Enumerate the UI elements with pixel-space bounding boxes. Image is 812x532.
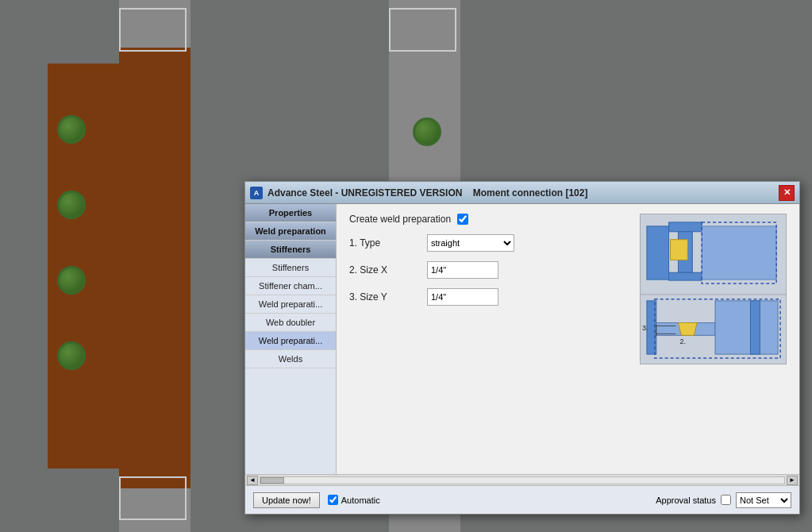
approval-status-label: Approval status	[656, 495, 716, 505]
form-area: Create weld preparation 1. Type straight…	[349, 214, 630, 465]
bolt-2	[57, 191, 86, 219]
dialog-bottom: Update now! Automatic Approval status No…	[245, 485, 799, 514]
approval-checkbox[interactable]	[721, 495, 731, 505]
size-x-row: 2. Size X	[349, 261, 630, 279]
weld-preparation-diagram: 3. 2.	[641, 214, 786, 364]
bolt-3	[57, 266, 86, 295]
size-x-label: 2. Size X	[349, 264, 421, 276]
sidebar: Properties Weld preparation Stiffeners S…	[245, 204, 337, 474]
bolt-right	[413, 118, 441, 146]
wireframe-box-bottom	[119, 476, 187, 520]
svg-rect-17	[715, 301, 778, 354]
size-y-label: 3. Size Y	[349, 291, 421, 303]
dialog-window: A Advance Steel - UNREGISTERED VERSION M…	[244, 181, 800, 515]
svg-rect-5	[671, 240, 688, 260]
type-select[interactable]: straight beveled J-groove U-groove	[427, 234, 514, 252]
size-x-input[interactable]	[427, 261, 498, 279]
window-subtitle-text: Moment connection [102]	[473, 187, 588, 199]
create-weld-prep-label: Create weld preparation	[349, 214, 451, 225]
svg-rect-2	[669, 222, 702, 232]
sidebar-item-weld-prep-top[interactable]: Weld preparation	[245, 222, 336, 241]
svg-rect-4	[669, 272, 702, 280]
app-icon: A	[250, 187, 263, 199]
automatic-checkbox-row: Automatic	[328, 495, 380, 505]
size-y-input[interactable]	[427, 288, 498, 306]
scroll-left-button[interactable]: ◄	[247, 476, 258, 485]
title-bar: A Advance Steel - UNREGISTERED VERSION M…	[245, 182, 799, 204]
approval-area: Approval status Not Set	[656, 492, 791, 508]
svg-rect-18	[750, 301, 760, 354]
bolt-1	[57, 115, 86, 144]
scroll-track[interactable]	[260, 476, 785, 484]
type-label: 1. Type	[349, 237, 421, 249]
title-bar-left: A Advance Steel - UNREGISTERED VERSION M…	[250, 187, 587, 199]
sidebar-item-stiffeners-header[interactable]: Stiffeners	[245, 241, 336, 259]
svg-text:3.: 3.	[642, 324, 648, 332]
create-weld-prep-checkbox[interactable]	[457, 214, 468, 225]
sidebar-item-welds[interactable]: Welds	[245, 350, 336, 368]
approval-select[interactable]: Not Set	[736, 492, 791, 508]
scroll-thumb[interactable]	[260, 477, 284, 484]
window-title: Advance Steel - UNREGISTERED VERSION Mom…	[267, 187, 587, 199]
sidebar-item-properties[interactable]: Properties	[245, 204, 336, 222]
sidebar-item-weld-preparati-1[interactable]: Weld preparati...	[245, 295, 336, 314]
close-button[interactable]: ✕	[779, 185, 795, 201]
automatic-checkbox[interactable]	[328, 495, 338, 505]
svg-rect-1	[647, 226, 669, 279]
bolt-4	[57, 341, 86, 370]
wireframe-box-top-right	[389, 8, 456, 52]
update-now-button[interactable]: Update now!	[253, 492, 320, 508]
preview-area: 3. 2.	[640, 214, 787, 364]
size-y-row: 3. Size Y	[349, 288, 630, 306]
create-weld-prep-row: Create weld preparation	[349, 214, 630, 225]
wireframe-box-top	[119, 8, 187, 52]
svg-text:2.: 2.	[679, 337, 685, 345]
window-title-text: Advance Steel - UNREGISTERED VERSION	[267, 187, 462, 199]
main-content: Create weld preparation 1. Type straight…	[337, 204, 799, 474]
dialog-body: Properties Weld preparation Stiffeners S…	[245, 204, 799, 474]
automatic-label: Automatic	[341, 495, 380, 505]
sidebar-item-stiffeners[interactable]: Stiffeners	[245, 259, 336, 277]
svg-marker-11	[678, 323, 697, 336]
type-row: 1. Type straight beveled J-groove U-groo…	[349, 234, 630, 252]
horizontal-scrollbar[interactable]: ◄ ►	[245, 474, 799, 485]
sidebar-item-stiffener-cham[interactable]: Stiffener cham...	[245, 277, 336, 295]
scroll-right-button[interactable]: ►	[787, 476, 798, 485]
svg-rect-6	[702, 226, 776, 279]
sidebar-item-web-doubler[interactable]: Web doubler	[245, 314, 336, 332]
sidebar-item-weld-preparati-2[interactable]: Weld preparati...	[245, 332, 336, 350]
